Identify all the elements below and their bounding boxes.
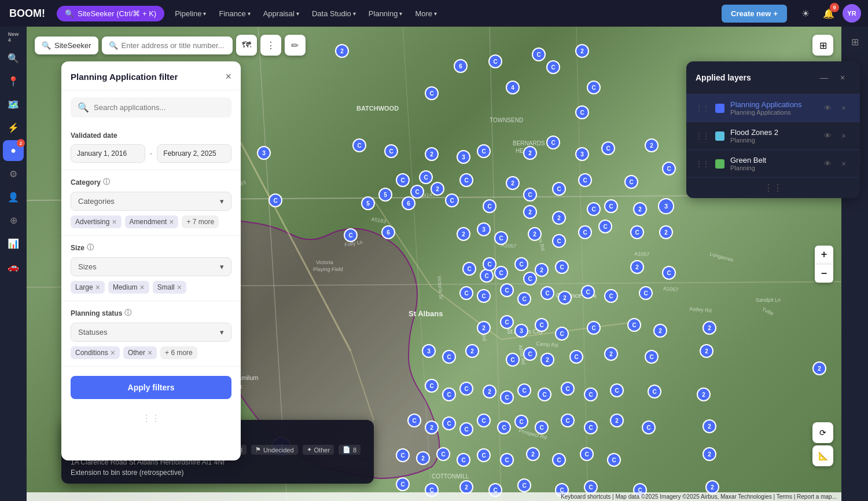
map-cluster[interactable]: C bbox=[396, 448, 410, 462]
map-cluster[interactable]: C bbox=[546, 136, 560, 149]
map-cluster[interactable]: C bbox=[506, 353, 520, 367]
map-cluster[interactable]: C bbox=[407, 414, 421, 427]
map-cluster[interactable]: C bbox=[552, 182, 566, 196]
map-cluster[interactable]: 2 bbox=[425, 420, 439, 434]
map-cluster[interactable]: C bbox=[569, 350, 583, 364]
map-cluster[interactable]: C bbox=[494, 231, 508, 245]
layers-minimize-button[interactable]: — bbox=[816, 70, 832, 86]
map-container[interactable]: BATCHWOOD TOWNSEND BERNARDS HEATH St Alb… bbox=[27, 27, 868, 501]
map-cluster[interactable]: C bbox=[604, 289, 618, 303]
map-cluster[interactable]: C bbox=[546, 60, 560, 74]
map-cluster[interactable]: 2 bbox=[431, 182, 444, 196]
map-cluster[interactable]: 6 bbox=[402, 196, 415, 210]
nav-item-appraisal[interactable]: Appraisal ▾ bbox=[258, 6, 305, 21]
map-cluster[interactable]: 2 bbox=[703, 419, 716, 433]
map-cluster[interactable]: 2 bbox=[812, 361, 826, 375]
layer-visibility-button[interactable]: 👁 bbox=[821, 157, 834, 171]
map-cluster[interactable]: 2 bbox=[697, 387, 711, 401]
map-cluster[interactable]: 2 bbox=[416, 451, 430, 465]
map-cluster[interactable]: C bbox=[523, 188, 537, 202]
layer-item-flood-zones[interactable]: ⋮⋮ Flood Zones 2 Planning 👁 × bbox=[686, 122, 860, 150]
nav-item-finance[interactable]: Finance ▾ bbox=[213, 6, 256, 21]
map-cluster[interactable]: C bbox=[500, 390, 514, 404]
siteseeker-button[interactable]: 🔍 SiteSeeker (Ctrl/⌘ + K) bbox=[57, 6, 164, 21]
filter-close-button[interactable]: × bbox=[225, 71, 231, 83]
apply-filters-button[interactable]: Apply filters bbox=[71, 376, 231, 399]
zoom-out-button[interactable]: − bbox=[815, 264, 833, 283]
map-cluster[interactable]: C bbox=[578, 225, 592, 239]
draw-button[interactable]: ✏ bbox=[285, 35, 306, 56]
map-cluster[interactable]: C bbox=[555, 260, 569, 274]
map-cluster[interactable]: C bbox=[514, 257, 528, 271]
map-cluster[interactable]: C bbox=[477, 144, 491, 158]
category-more-tag[interactable]: + 7 more bbox=[182, 215, 219, 228]
map-cluster[interactable]: 2 bbox=[523, 146, 537, 160]
map-cluster[interactable]: C bbox=[488, 54, 502, 68]
map-cluster[interactable]: 2 bbox=[477, 321, 491, 335]
map-cluster[interactable]: C bbox=[477, 448, 491, 462]
map-cluster[interactable]: 2 bbox=[630, 260, 644, 274]
map-cluster[interactable]: 2 bbox=[703, 447, 716, 461]
map-cluster[interactable]: C bbox=[540, 286, 554, 300]
remove-advertising-button[interactable]: × bbox=[112, 218, 116, 226]
map-cluster[interactable]: C bbox=[425, 86, 439, 100]
notifications-button[interactable]: 🔔 9 bbox=[819, 4, 838, 23]
map-cluster[interactable]: C bbox=[561, 414, 575, 427]
map-cluster[interactable]: C bbox=[662, 162, 676, 175]
map-cluster[interactable]: 2 bbox=[653, 324, 667, 338]
statuses-dropdown[interactable]: Statuses ▾ bbox=[71, 323, 231, 342]
map-cluster[interactable]: 4 bbox=[506, 81, 520, 94]
nav-item-planning[interactable]: Planning ▾ bbox=[363, 6, 409, 21]
map-cluster[interactable]: C bbox=[624, 175, 638, 189]
map-cluster[interactable]: C bbox=[497, 420, 511, 434]
map-cluster[interactable]: 2 bbox=[506, 176, 520, 190]
map-cluster[interactable]: C bbox=[457, 453, 470, 467]
map-cluster[interactable]: 2 bbox=[540, 353, 554, 367]
remove-other-button[interactable]: × bbox=[148, 349, 152, 357]
map-cluster[interactable]: C bbox=[587, 81, 601, 94]
map-cluster[interactable]: C bbox=[584, 387, 598, 401]
layer-remove-button[interactable]: × bbox=[837, 101, 851, 115]
remove-medium-button[interactable]: × bbox=[140, 283, 145, 291]
map-cluster[interactable]: C bbox=[627, 318, 641, 332]
map-cluster[interactable]: C bbox=[535, 420, 549, 434]
nav-item-more[interactable]: More ▾ bbox=[409, 6, 443, 21]
map-cluster[interactable]: 2 bbox=[659, 225, 673, 239]
map-cluster[interactable]: 2 bbox=[604, 347, 618, 361]
map-cluster[interactable]: C bbox=[552, 234, 566, 248]
map-cluster[interactable]: C bbox=[517, 383, 531, 397]
sidebar-item-person[interactable]: 👤 bbox=[3, 186, 24, 207]
map-cluster[interactable]: C bbox=[535, 318, 549, 332]
map-cluster[interactable]: C bbox=[483, 257, 496, 271]
sidebar-item-lightning[interactable]: ⚡ bbox=[3, 117, 24, 138]
map-cluster[interactable]: 3 bbox=[422, 344, 436, 358]
map-cluster[interactable]: 2 bbox=[575, 44, 589, 58]
layer-item-planning-applications[interactable]: ⋮⋮ Planning Applications Planning Applic… bbox=[686, 94, 860, 122]
remove-small-button[interactable]: × bbox=[177, 283, 182, 291]
map-cluster[interactable]: C bbox=[575, 105, 589, 119]
more-options-button[interactable]: ⋮ bbox=[260, 35, 281, 56]
map-cluster[interactable]: C bbox=[477, 414, 491, 427]
map-cluster[interactable]: C bbox=[601, 141, 615, 155]
sidebar-item-chart[interactable]: 📊 bbox=[3, 233, 24, 254]
map-cluster[interactable]: C bbox=[442, 387, 456, 401]
map-cluster[interactable]: C bbox=[610, 383, 624, 397]
date-to-input[interactable]: February 2, 2025 bbox=[157, 144, 231, 163]
address-search-input[interactable] bbox=[122, 41, 226, 50]
remove-conditions-button[interactable]: × bbox=[111, 349, 115, 357]
sidebar-item-layers[interactable]: ● 2 bbox=[3, 140, 24, 161]
sidebar-item-map[interactable]: 🗺️ bbox=[3, 94, 24, 115]
map-cluster[interactable]: C bbox=[578, 173, 592, 187]
map-cluster[interactable]: C bbox=[523, 272, 537, 286]
map-cluster[interactable]: C bbox=[352, 138, 366, 152]
map-cluster[interactable]: 3 bbox=[575, 147, 589, 161]
map-cluster[interactable]: C bbox=[500, 283, 514, 297]
map-cluster[interactable]: C bbox=[642, 420, 656, 434]
map-cluster[interactable]: 3 bbox=[514, 324, 528, 338]
map-cluster[interactable]: C bbox=[344, 228, 358, 242]
map-cluster[interactable]: 2 bbox=[526, 447, 540, 461]
layer-remove-button[interactable]: × bbox=[837, 129, 851, 143]
map-cluster[interactable]: 2 bbox=[645, 138, 659, 152]
sidebar-item-pin[interactable]: 📍 bbox=[3, 71, 24, 92]
map-cluster[interactable]: 2 bbox=[700, 344, 713, 358]
